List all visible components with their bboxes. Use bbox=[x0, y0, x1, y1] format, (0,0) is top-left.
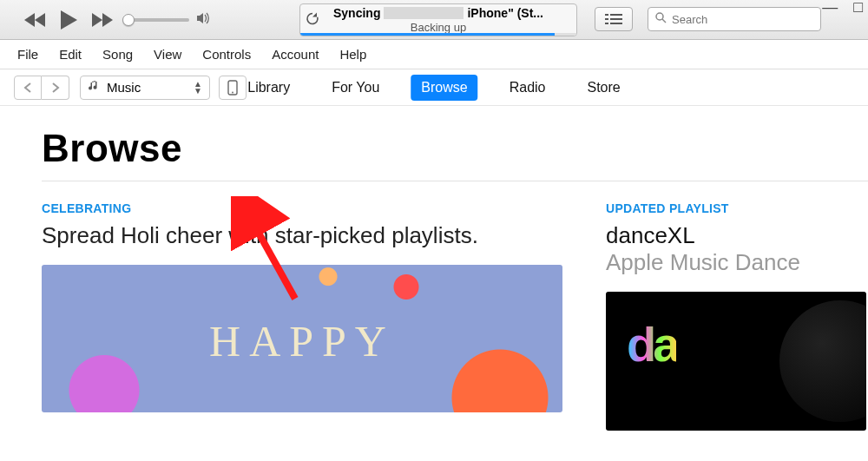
next-track-icon[interactable] bbox=[90, 12, 113, 28]
content-area: Browse CELEBRATING Spread Holi cheer wit… bbox=[0, 106, 868, 461]
volume-icon bbox=[196, 12, 210, 28]
tab-browse[interactable]: Browse bbox=[411, 75, 477, 101]
menu-song[interactable]: Song bbox=[92, 42, 143, 67]
playback-bar: Syncing iPhone" (St... Backing up — □ bbox=[0, 0, 868, 40]
card-title: danceXL bbox=[606, 222, 866, 249]
menu-file[interactable]: File bbox=[7, 42, 49, 67]
svg-line-7 bbox=[662, 19, 666, 23]
page-title: Browse bbox=[42, 127, 868, 170]
nav-forward-button[interactable] bbox=[42, 76, 69, 100]
tab-radio[interactable]: Radio bbox=[499, 75, 556, 101]
search-field[interactable] bbox=[648, 7, 821, 31]
nav-back-button[interactable] bbox=[14, 76, 42, 100]
artwork-text: da bbox=[627, 316, 676, 372]
music-icon bbox=[88, 80, 100, 95]
sync-progress-bar bbox=[300, 33, 576, 36]
volume-slider[interactable] bbox=[128, 12, 210, 28]
up-next-button[interactable] bbox=[595, 7, 633, 31]
lcd-sync-suffix: iPhone" (St... bbox=[467, 6, 543, 20]
search-input[interactable] bbox=[672, 13, 818, 26]
menu-edit[interactable]: Edit bbox=[49, 42, 92, 67]
card-eyebrow: CELEBRATING bbox=[42, 201, 562, 215]
menu-view[interactable]: View bbox=[143, 42, 192, 67]
card-subtitle: Apple Music Dance bbox=[606, 249, 866, 276]
redacted-device-name bbox=[384, 7, 464, 19]
playback-controls bbox=[24, 10, 113, 30]
toolbar: Music ▲▼ Library For You Browse Radio St… bbox=[0, 69, 868, 106]
media-picker-label: Music bbox=[107, 80, 141, 95]
artwork-text: HAPPY bbox=[209, 316, 395, 366]
tab-library[interactable]: Library bbox=[237, 75, 300, 101]
card-eyebrow: UPDATED PLAYLIST bbox=[606, 201, 866, 215]
maximize-icon[interactable]: □ bbox=[853, 2, 863, 12]
phone-icon bbox=[227, 80, 238, 95]
tab-store[interactable]: Store bbox=[576, 75, 630, 101]
card-heading: Spread Holi cheer with star-picked playl… bbox=[42, 222, 562, 249]
svg-rect-4 bbox=[605, 23, 608, 24]
nav-buttons bbox=[14, 76, 69, 100]
lcd-sync-prefix: Syncing bbox=[333, 6, 380, 20]
lcd-secondary-text: Backing up bbox=[411, 21, 466, 34]
feature-cards: CELEBRATING Spread Holi cheer with star-… bbox=[42, 201, 868, 431]
feature-card-playlist[interactable]: UPDATED PLAYLIST danceXL Apple Music Dan… bbox=[606, 201, 866, 431]
svg-rect-5 bbox=[610, 23, 622, 24]
sync-icon bbox=[306, 12, 319, 29]
status-lcd: Syncing iPhone" (St... Backing up bbox=[299, 3, 577, 36]
media-picker[interactable]: Music ▲▼ bbox=[80, 76, 210, 100]
search-icon bbox=[655, 11, 667, 27]
play-icon[interactable] bbox=[59, 10, 78, 30]
card-artwork: da bbox=[606, 292, 866, 431]
window-controls: — □ bbox=[822, 2, 863, 12]
tab-for-you[interactable]: For You bbox=[321, 75, 390, 101]
chevron-updown-icon: ▲▼ bbox=[194, 81, 202, 95]
svg-rect-1 bbox=[610, 14, 622, 16]
menu-bar: File Edit Song View Controls Account Hel… bbox=[0, 40, 868, 69]
previous-track-icon[interactable] bbox=[24, 12, 47, 28]
feature-card-celebrating[interactable]: CELEBRATING Spread Holi cheer with star-… bbox=[42, 201, 562, 431]
card-artwork: HAPPY bbox=[42, 265, 562, 412]
divider bbox=[42, 181, 868, 181]
menu-help[interactable]: Help bbox=[329, 42, 377, 67]
svg-rect-3 bbox=[610, 18, 622, 20]
menu-account[interactable]: Account bbox=[261, 42, 329, 67]
section-tabs: Library For You Browse Radio Store bbox=[237, 75, 630, 101]
svg-point-9 bbox=[232, 91, 233, 93]
svg-rect-2 bbox=[605, 18, 608, 20]
svg-point-6 bbox=[656, 13, 663, 20]
svg-rect-0 bbox=[605, 14, 608, 16]
minimize-icon[interactable]: — bbox=[822, 2, 838, 12]
menu-controls[interactable]: Controls bbox=[192, 42, 261, 67]
lcd-primary-text: Syncing iPhone" (St... bbox=[333, 6, 543, 20]
